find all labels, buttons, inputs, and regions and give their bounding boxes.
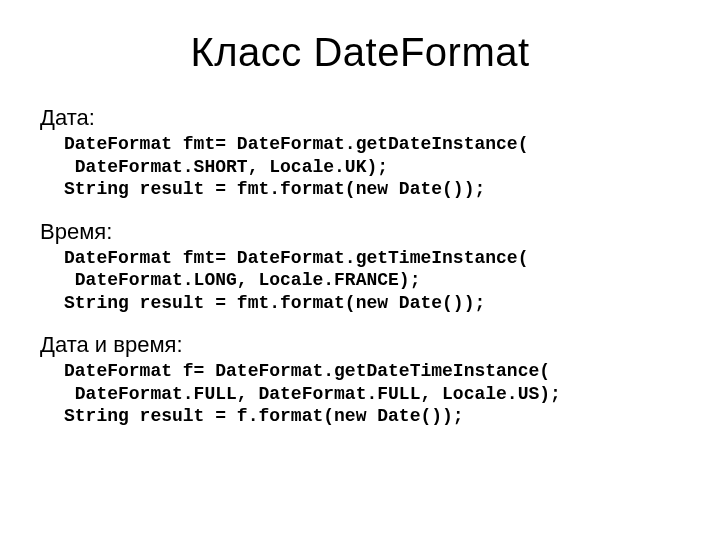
code-block-datetime: DateFormat f= DateFormat.getDateTimeInst… (64, 360, 680, 428)
code-block-date: DateFormat fmt= DateFormat.getDateInstan… (64, 133, 680, 201)
code-block-time: DateFormat fmt= DateFormat.getTimeInstan… (64, 247, 680, 315)
slide: Класс DateFormat Дата: DateFormat fmt= D… (0, 0, 720, 540)
section-label-datetime: Дата и время: (40, 332, 680, 358)
slide-title: Класс DateFormat (40, 30, 680, 75)
section-label-time: Время: (40, 219, 680, 245)
section-label-date: Дата: (40, 105, 680, 131)
